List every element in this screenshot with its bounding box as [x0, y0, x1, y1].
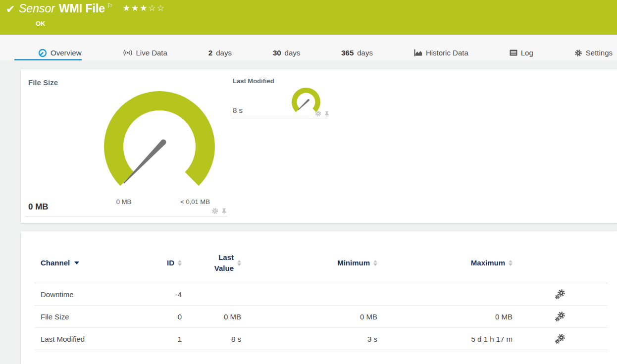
tab-label: Overview [51, 49, 82, 57]
channel-name: File Size [35, 312, 145, 321]
gauge-icon [38, 49, 47, 57]
column-header-id[interactable]: ID [145, 259, 182, 267]
channel-maximum: 0 MB [377, 312, 513, 321]
secondary-gauge-actions [315, 110, 330, 117]
channel-settings-gears-icon[interactable] [555, 312, 565, 321]
tab-number: 30 [273, 49, 281, 57]
table-row-last-modified[interactable]: Last Modified 1 8 s 3 s 5 d 1 h 17 m [35, 328, 608, 350]
sensor-overview-page: ✔ SensorWMI File⚐★★★☆☆ OK Overview Live … [0, 0, 617, 364]
status-badge: OK [36, 20, 46, 27]
channels-panel: Channel ID Last Value Minimum Maximum [21, 231, 617, 364]
tab-label: Live Data [136, 49, 167, 57]
tab-label: Historic Data [426, 49, 468, 57]
tab-historic-data[interactable]: Historic Data [414, 35, 468, 60]
gear-icon [574, 49, 582, 57]
table-row-file-size[interactable]: File Size 0 0 MB 0 MB 0 MB [35, 306, 608, 328]
column-header-channel[interactable]: Channel [35, 259, 145, 267]
stars-filled: ★★★ [123, 3, 149, 13]
gauge-max-label: < 0,01 MB [165, 198, 225, 206]
channels-table: Channel ID Last Value Minimum Maximum [35, 243, 608, 350]
sort-arrows-icon [178, 260, 182, 266]
file-size-gauge [104, 91, 215, 202]
tab-bar: Overview Live Data 2 days 30 days 365 da… [0, 35, 617, 60]
sensor-header: ✔ SensorWMI File⚐★★★☆☆ OK [0, 0, 617, 35]
tab-label: days [216, 49, 232, 57]
sensor-title-line: SensorWMI File⚐★★★☆☆ [19, 2, 165, 15]
primary-gauge-actions [211, 208, 227, 214]
column-header-minimum[interactable]: Minimum [241, 259, 377, 267]
tab-overview[interactable]: Overview [14, 35, 82, 60]
tab-label: Settings [586, 49, 613, 57]
tab-label: Log [521, 49, 533, 57]
channel-settings-gears-icon[interactable] [555, 289, 565, 299]
column-header-maximum[interactable]: Maximum [377, 259, 513, 267]
gear-icon[interactable] [315, 110, 321, 117]
tab-live-data[interactable]: Live Data [123, 35, 167, 60]
primary-gauge-title: File Size [28, 78, 58, 87]
channel-settings-gears-icon[interactable] [555, 334, 565, 344]
channel-name: Downtime [35, 290, 145, 299]
sort-arrows-icon [373, 260, 377, 266]
channel-minimum: 0 MB [241, 312, 377, 321]
sort-arrows-icon [237, 260, 241, 266]
live-icon [123, 49, 133, 56]
column-label: Last Value [209, 252, 234, 274]
sort-caret-icon [74, 261, 79, 264]
stars-empty: ☆☆ [149, 3, 165, 13]
secondary-gauge-divider [232, 118, 328, 118]
priority-stars[interactable]: ★★★☆☆ [123, 3, 165, 13]
object-kind-label: Sensor [19, 2, 55, 15]
channel-maximum: 5 d 1 h 17 m [377, 335, 513, 343]
tab-365-days[interactable]: 365 days [341, 35, 373, 60]
channel-id: 0 [145, 312, 182, 321]
primary-gauge-value: 0 MB [28, 202, 49, 212]
tab-log[interactable]: Log [510, 35, 533, 60]
pin-icon[interactable] [221, 208, 227, 214]
gauges-panel: File Size 0 MB < 0,01 MB 0 MB Last Modif… [21, 69, 617, 223]
channel-minimum: 3 s [241, 335, 377, 343]
secondary-gauge-value: 8 s [233, 106, 243, 114]
column-header-last-value[interactable]: Last Value [182, 252, 241, 274]
table-row-downtime[interactable]: Downtime -4 [35, 283, 608, 306]
tab-number: 365 [341, 49, 354, 57]
log-icon [510, 50, 517, 56]
pin-icon[interactable] [324, 111, 330, 117]
column-label: Maximum [471, 259, 505, 267]
column-label: ID [167, 259, 174, 267]
priority-flag-icon[interactable]: ⚐ [107, 2, 113, 9]
tab-label: days [285, 49, 301, 57]
tab-30-days[interactable]: 30 days [273, 35, 300, 60]
channel-last-value: 8 s [182, 335, 241, 343]
channel-id: -4 [145, 290, 182, 299]
area-chart-icon [414, 49, 422, 56]
secondary-gauge-title: Last Modified [233, 77, 274, 85]
gear-icon[interactable] [211, 208, 218, 214]
primary-gauge-divider [25, 216, 227, 216]
column-label: Channel [41, 259, 70, 267]
channel-name: Last Modified [35, 335, 145, 343]
tab-2-days[interactable]: 2 days [208, 35, 232, 60]
status-ok-check-icon: ✔ [6, 3, 15, 15]
table-header-row: Channel ID Last Value Minimum Maximum [35, 243, 608, 283]
column-label: Minimum [337, 259, 370, 267]
tab-settings[interactable]: Settings [574, 35, 613, 60]
tab-label: days [357, 49, 373, 57]
channel-id: 1 [145, 335, 182, 343]
gauge-min-label: 0 MB [99, 198, 149, 206]
channel-last-value: 0 MB [182, 312, 241, 321]
tab-number: 2 [208, 49, 212, 57]
sort-arrows-icon [509, 260, 513, 266]
page-title: WMI File [59, 2, 105, 15]
